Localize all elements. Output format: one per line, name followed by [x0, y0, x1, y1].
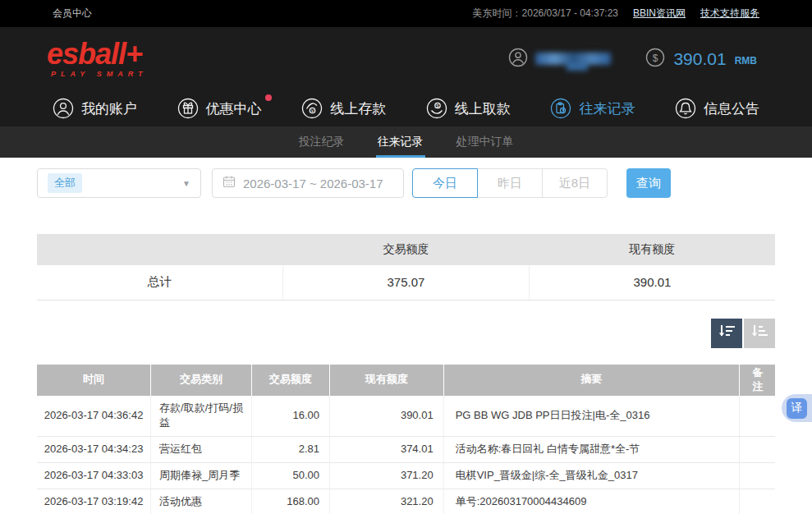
summary-header-transaction-amount: 交易额度: [283, 234, 530, 265]
nav-item-label: 线上取款: [455, 99, 511, 118]
cell-summary: 活动名称:春日回礼 白情专属甜意*全-节: [443, 437, 740, 463]
cell-type: 营运红包: [151, 437, 252, 463]
sort-ascending-button[interactable]: [744, 319, 775, 348]
bbin-news-link[interactable]: BBIN资讯网: [633, 7, 686, 21]
nav-item-announcements[interactable]: 信息公告: [675, 98, 759, 119]
nav-item-label: 优惠中心: [206, 99, 262, 118]
nav-item-my-account[interactable]: 我的账户: [53, 98, 137, 119]
cell-summary: PG BB WG JDB PP日日投注|电-全_0316: [443, 396, 740, 437]
cell-note: [740, 489, 775, 514]
cell-amount: 16.00: [251, 396, 329, 437]
col-header-note: 备注: [740, 365, 775, 396]
nav-item-transaction-records[interactable]: 往来记录: [550, 98, 635, 119]
chevron-down-icon: ▼: [182, 179, 190, 188]
cell-balance: 321.20: [330, 489, 444, 514]
records-header-row: 时间 交易类别 交易额度 现有额度 摘要 备注: [37, 365, 775, 396]
subtab-label: 投注纪录: [299, 135, 345, 149]
summary-total-transaction: 375.07: [283, 265, 530, 300]
date-range-input[interactable]: 2026-03-17 ~ 2026-03-17: [212, 168, 404, 198]
withdraw-hand-coin-icon: $: [426, 98, 447, 119]
cell-amount: 50.00: [251, 463, 329, 489]
table-row: 2026-03-17 04:33:03 周期俸禄_周月季 50.00 371.2…: [37, 463, 775, 489]
nav-item-label: 线上存款: [330, 99, 386, 118]
content: 全部 ▼ 2026-03-17 ~ 2026-03-17 今日 昨日 近8日 查…: [0, 158, 812, 514]
cell-summary: 单号:202603170004434609: [443, 489, 740, 514]
user-icon: [508, 48, 528, 71]
records-clipboard-icon: [550, 98, 571, 119]
col-header-type: 交易类别: [151, 365, 252, 396]
user-profile[interactable]: [508, 48, 611, 71]
notification-dot: [265, 94, 272, 101]
col-header-balance: 现有额度: [330, 365, 444, 396]
user-icon: [53, 98, 74, 119]
query-button[interactable]: 查询: [626, 168, 671, 198]
calendar-icon: [222, 175, 236, 191]
topbar-right: 美东时间：2026/03/17 - 04:37:23 BBIN资讯网 技术支持服…: [473, 7, 759, 21]
summary-header-current-amount: 现有额度: [529, 234, 775, 265]
category-selected-tag: 全部: [48, 173, 82, 193]
gift-icon: [177, 98, 199, 119]
member-center-label[interactable]: 会员中心: [53, 7, 92, 21]
nav-item-promotions[interactable]: 优惠中心: [177, 98, 262, 119]
balance-currency: RMB: [735, 55, 757, 67]
yesterday-button[interactable]: 昨日: [477, 168, 543, 198]
coin-dollar-icon: $: [645, 48, 665, 71]
records-table: 时间 交易类别 交易额度 现有额度 摘要 备注 2026-03-17 04:36…: [37, 365, 775, 514]
col-header-summary: 摘要: [443, 365, 740, 396]
subtab-label: 往来记录: [378, 135, 424, 149]
cell-summary: 电棋VIP_晋级金|综-全_晋级礼金_0317: [443, 463, 740, 489]
nav-item-deposit[interactable]: ¥ 线上存款: [301, 98, 386, 119]
summary-total-label: 总计: [37, 265, 283, 300]
sort-ascending-icon: [750, 324, 768, 342]
quick-date-group: 今日 昨日 近8日: [412, 168, 608, 198]
today-button[interactable]: 今日: [412, 168, 478, 198]
category-select[interactable]: 全部 ▼: [37, 168, 201, 198]
table-row: 2026-03-17 04:34:23 营运红包 2.81 374.01 活动名…: [37, 437, 775, 463]
user-area: $ 390.01 RMB: [508, 48, 765, 71]
col-header-time: 时间: [37, 365, 151, 396]
summary-total-current: 390.01: [529, 265, 775, 300]
tech-support-link[interactable]: 技术支持服务: [700, 7, 759, 21]
nav-item-label: 信息公告: [704, 99, 759, 118]
main-navigation: 我的账户 优惠中心 ¥ 线上存款: [0, 90, 812, 126]
summary-table: 交易额度 现有额度 总计 375.07 390.01: [37, 234, 775, 301]
translate-icon: 译: [787, 398, 807, 419]
header: esball+ PLAY SMART $ 390.01 RMB: [0, 27, 812, 90]
bell-icon: [675, 98, 696, 119]
translate-widget[interactable]: 译: [782, 394, 812, 422]
table-row: 2026-03-17 03:19:42 活动优惠 168.00 321.20 单…: [37, 489, 775, 514]
balance[interactable]: $ 390.01 RMB: [645, 48, 757, 71]
sort-descending-icon: [718, 324, 736, 342]
cell-time: 2026-03-17 03:19:42: [37, 489, 151, 514]
filter-row: 全部 ▼ 2026-03-17 ~ 2026-03-17 今日 昨日 近8日 查…: [37, 168, 775, 198]
subtab-label: 处理中订单: [456, 135, 514, 149]
date-range-value: 2026-03-17 ~ 2026-03-17: [243, 177, 383, 190]
cell-note: [740, 463, 775, 489]
tab-pending-orders[interactable]: 处理中订单: [455, 126, 516, 158]
nav-item-label: 往来记录: [579, 99, 635, 118]
cell-amount: 2.81: [251, 437, 329, 463]
cell-time: 2026-03-17 04:36:42: [37, 396, 151, 437]
sort-descending-button[interactable]: [711, 319, 742, 348]
eastern-time-label: 美东时间：2026/03/17 - 04:37:23: [473, 7, 618, 21]
esball-logo[interactable]: esball+ PLAY SMART: [47, 39, 148, 78]
cell-time: 2026-03-17 04:33:03: [37, 463, 151, 489]
tab-betting-records[interactable]: 投注纪录: [297, 126, 346, 158]
username-blurred: [535, 53, 611, 65]
cell-type: 存款/取款/打码/损益: [151, 396, 252, 437]
summary-total-row: 总计 375.07 390.01: [37, 265, 775, 300]
cell-balance: 371.20: [330, 463, 444, 489]
tab-transaction-records[interactable]: 往来记录: [376, 126, 425, 158]
nav-item-withdraw[interactable]: $ 线上取款: [426, 98, 511, 119]
col-header-amount: 交易额度: [251, 365, 329, 396]
table-row: 2026-03-17 04:36:42 存款/取款/打码/损益 16.00 39…: [37, 396, 775, 437]
cell-type: 周期俸禄_周月季: [151, 463, 252, 489]
cell-balance: 374.01: [330, 437, 444, 463]
last-8-days-button[interactable]: 近8日: [542, 168, 608, 198]
cell-type: 活动优惠: [151, 489, 252, 514]
balance-amount: 390.01: [673, 49, 726, 69]
cell-note: [740, 396, 775, 437]
cell-amount: 168.00: [251, 489, 329, 514]
svg-text:$: $: [653, 52, 658, 63]
sort-controls: [37, 319, 775, 348]
